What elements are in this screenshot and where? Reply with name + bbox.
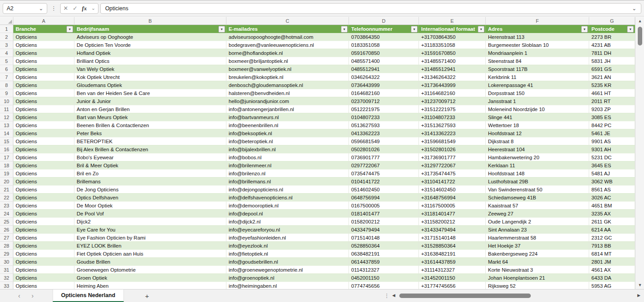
cell[interactable]: info@delfshavenopticiens.nl [226, 194, 349, 202]
filter-dropdown-icon[interactable]: ▼ [627, 26, 634, 33]
cell[interactable]: BETEROPTIEK [74, 137, 226, 145]
cell[interactable]: Gloudemans Optiek [74, 81, 226, 89]
cell[interactable]: Brilliant Optics [74, 57, 226, 65]
cell[interactable]: +31237009712 [419, 97, 486, 105]
cell[interactable]: Slinge 441 [486, 113, 589, 121]
filter-dropdown-icon[interactable]: ▼ [581, 26, 588, 33]
cell[interactable]: Hoofdstraat 148 [486, 170, 589, 178]
filter-dropdown-icon[interactable]: ▼ [478, 26, 484, 33]
cell[interactable]: halsteren@benvdheiden.nl [226, 89, 349, 97]
chevron-down-icon[interactable]: ⌄ [39, 6, 43, 11]
cell[interactable]: 0237009712 [349, 97, 419, 105]
cell[interactable]: Dijkstraat 8 [486, 137, 589, 145]
row-number[interactable]: 13 [0, 121, 13, 129]
row-number[interactable]: 4 [0, 49, 13, 57]
cell[interactable]: +31614437859 [419, 258, 486, 266]
cell[interactable]: Ben van der Heiden See & Care [74, 89, 226, 97]
cell[interactable]: +31596681549 [419, 137, 486, 145]
cell[interactable]: Opticiens [13, 242, 74, 250]
scroll-up-icon[interactable]: ▲ [636, 19, 644, 23]
cell[interactable]: 0164682160 [349, 89, 419, 97]
next-sheet-icon[interactable]: › [26, 292, 39, 299]
cell[interactable]: Van Swinderenstraat 50 [486, 186, 589, 194]
cell[interactable]: Dorpsstraat 150 [486, 89, 589, 97]
cell[interactable]: Herenstraat 113 [486, 33, 589, 41]
name-box[interactable]: A2 ⌄ [3, 3, 47, 14]
cell[interactable]: Anton en Gerjan Brillen [74, 105, 226, 113]
cell[interactable]: +31297722067 [419, 161, 486, 170]
cell[interactable]: +31104141722 [419, 178, 486, 186]
row-number[interactable]: 8 [0, 81, 13, 89]
cell[interactable]: +31413362223 [419, 129, 486, 137]
cell[interactable]: +31433479494 [419, 226, 486, 234]
cell[interactable]: Opticiens [13, 41, 74, 49]
cell[interactable]: info@dejongopticiens.nl [226, 186, 349, 194]
horizontal-scroll-thumb[interactable] [399, 294, 531, 298]
cell[interactable]: Opticiens [13, 97, 74, 105]
formula-input[interactable]: Opticiens ⌄ [100, 3, 641, 14]
header-cell[interactable]: Bedrijfsnaam▼ [74, 25, 226, 33]
cell[interactable]: 6591 GS [589, 65, 635, 73]
cell[interactable]: hello@juniorandjunior.com [226, 97, 349, 105]
cell[interactable]: boxmeer@vanwelyoptiek.nl [226, 65, 349, 73]
cell[interactable]: Lusthofstraat 29B [486, 178, 589, 186]
cell[interactable]: Steenstraat 84 [486, 57, 589, 65]
cell[interactable]: boxmeer@briljantoptiek.nl [226, 57, 349, 65]
cell[interactable]: +31104807233 [419, 113, 486, 121]
header-cell[interactable]: Adres▼ [486, 25, 589, 33]
cell[interactable]: +31591670850 [419, 49, 486, 57]
column-header-c[interactable]: C [226, 17, 349, 25]
cell[interactable]: Opticiens [13, 49, 74, 57]
cell[interactable]: Opticiens [13, 234, 74, 242]
select-all-corner[interactable] [0, 17, 13, 25]
cell[interactable]: Hoofdstraat 12 [486, 129, 589, 137]
cell[interactable]: 0346264322 [349, 73, 419, 81]
cell[interactable]: +31502801026 [419, 145, 486, 153]
cell[interactable]: Opticiens [13, 153, 74, 161]
cell[interactable]: +31346264322 [419, 73, 486, 81]
cell[interactable]: Opticiens [13, 81, 74, 89]
cell[interactable]: Groen Optiek [74, 274, 226, 282]
row-number[interactable]: 9 [0, 89, 13, 97]
cell[interactable]: Bobo's Eyewear [74, 153, 226, 161]
row-number[interactable]: 6 [0, 65, 13, 73]
cell[interactable]: 0104141722 [349, 178, 419, 186]
cell[interactable]: info@beteroptiek.nl [226, 137, 349, 145]
cell[interactable]: info@fietoptiek.nl [226, 250, 349, 258]
row-number[interactable]: 19 [0, 170, 13, 178]
cell[interactable]: Opticiens [13, 137, 74, 145]
row-number[interactable]: 24 [0, 210, 13, 218]
cell[interactable]: 4561 AX [589, 266, 635, 274]
cell[interactable]: Groenewegen Optometrie [74, 266, 226, 274]
cell[interactable]: Junior & Junior [74, 97, 226, 105]
cell[interactable]: bodegraven@vanleeuwenopticiens.nl [226, 41, 349, 49]
cell[interactable]: Kerkbrink 11 [486, 73, 589, 81]
scroll-right-icon[interactable]: ▶ [637, 293, 640, 298]
cell[interactable]: 0514602450 [349, 186, 419, 194]
cell[interactable]: 5235 KR [589, 81, 635, 89]
cell[interactable]: Kerklaan 11 [486, 161, 589, 170]
cell[interactable]: Van Wely Optiek [74, 65, 226, 73]
cell[interactable]: Opticiens [13, 178, 74, 186]
cell[interactable]: De Jong Opticiens [74, 186, 226, 194]
cell[interactable]: 2312 GC [589, 234, 635, 242]
row-number[interactable]: 12 [0, 113, 13, 121]
cell[interactable]: info@beksoptiek.nl [226, 129, 349, 137]
cell[interactable]: 7913 BB [589, 242, 635, 250]
cell[interactable]: Mondriaanplein 1 [486, 49, 589, 57]
cell[interactable]: Moleneind Noordzijde 10 [486, 105, 589, 113]
filter-dropdown-icon[interactable]: ▼ [341, 26, 348, 33]
cell[interactable]: Schiedamseweg 41B [486, 194, 589, 202]
row-number[interactable]: 15 [0, 137, 13, 145]
cell[interactable]: Optics Delfshaven [74, 194, 226, 202]
cell[interactable]: Opticiens [13, 105, 74, 113]
cell[interactable]: +31528850364 [419, 242, 486, 250]
cell[interactable]: Haarlemmerstraat 58 [486, 234, 589, 242]
cell[interactable]: 2611 GK [589, 218, 635, 226]
cell[interactable]: 0715140148 [349, 234, 419, 242]
column-header-g[interactable]: G [589, 17, 635, 25]
filter-dropdown-icon[interactable]: ▼ [218, 26, 225, 33]
cell[interactable]: Opticiens [13, 194, 74, 202]
cell[interactable]: 8561 AS [589, 186, 635, 194]
cell[interactable]: Korte Nieuwstraat 3 [486, 266, 589, 274]
